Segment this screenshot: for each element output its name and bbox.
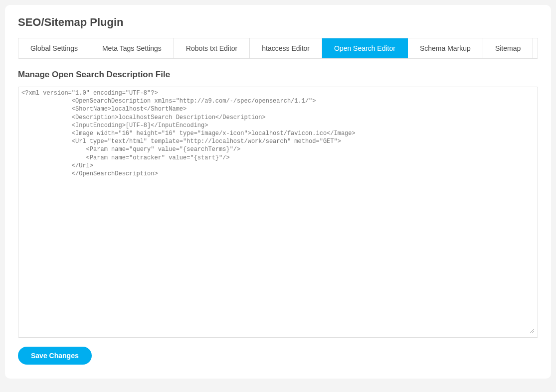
tab-spacer — [533, 38, 538, 58]
open-search-code-editor[interactable] — [21, 89, 535, 333]
tab-htaccess-editor[interactable]: htaccess Editor — [250, 38, 322, 58]
tabs-bar: Global Settings Meta Tags Settings Robot… — [18, 38, 538, 59]
page-title: SEO/Sitemap Plugin — [18, 16, 538, 29]
tab-schema-markup[interactable]: Schema Markup — [408, 38, 483, 58]
tab-open-search-editor[interactable]: Open Search Editor — [322, 38, 408, 58]
save-changes-button[interactable]: Save Changes — [18, 347, 92, 365]
tab-robots-txt-editor[interactable]: Robots txt Editor — [174, 38, 250, 58]
tab-meta-tags-settings[interactable]: Meta Tags Settings — [90, 38, 174, 58]
tab-sitemap[interactable]: Sitemap — [483, 38, 533, 58]
editor-container — [18, 87, 538, 338]
plugin-card: SEO/Sitemap Plugin Global Settings Meta … — [5, 5, 551, 379]
section-title: Manage Open Search Description File — [18, 70, 538, 80]
tab-global-settings[interactable]: Global Settings — [18, 38, 90, 58]
